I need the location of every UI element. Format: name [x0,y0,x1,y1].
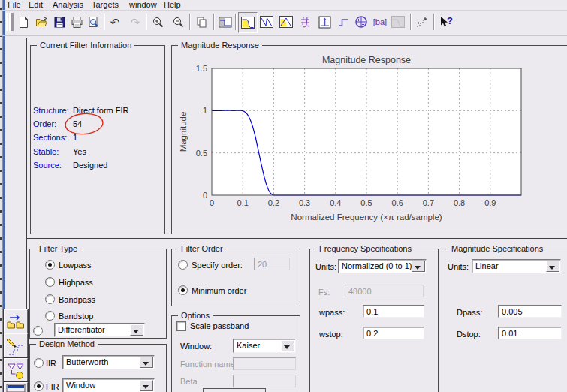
filter-specifications-button[interactable] [216,12,234,32]
menu-analysis[interactable]: Analysis [53,0,83,10]
freq-units-value: Normalized (0 to 1) [342,261,412,270]
menu-window[interactable]: window [129,0,157,10]
pole-zero-plot-button[interactable] [352,12,370,32]
filter-coefficients-ba-icon: [ba] [372,16,388,28]
specify-order-input [254,258,290,270]
iir-label: IIR [46,359,56,368]
beta-label: Beta [180,377,198,386]
window-label: Window: [180,342,212,351]
full-view-analysis-button[interactable] [413,12,431,32]
copy-button[interactable] [192,12,210,32]
highpass-radio[interactable] [45,277,55,287]
mag-units-dropdown[interactable]: Linear [472,259,561,273]
scale-passband-checkbox[interactable] [176,321,186,331]
iir-radio[interactable] [34,358,44,368]
partial-sidebar-button[interactable] [4,382,28,392]
highpass-label: Highpass [59,278,93,287]
beta-input [233,375,296,387]
bandpass-label: Bandpass [59,295,95,304]
minimum-order-radio[interactable] [178,285,188,295]
mag-units-value: Linear [475,261,499,270]
context-help-button[interactable]: ? [437,12,455,32]
menu-help[interactable]: Help [164,0,181,10]
zoom-in-icon [152,16,164,29]
svg-text:Magnitude: Magnitude [179,112,188,152]
scale-passband-label: Scale passband [190,321,249,330]
wstop-label: wstop: [319,330,343,339]
impulse-response-button[interactable] [315,12,333,32]
stable-label: Stable: [33,147,59,156]
special-filter-radio[interactable] [33,326,43,336]
step-response-button[interactable] [334,12,352,32]
fir-method-value: Window [66,381,95,390]
magnitude-specifications-title: Magnitude Specifications [448,244,546,253]
menu-targets[interactable]: Targets [92,0,119,10]
toolbar-separator [213,14,215,30]
group-delay-button[interactable] [297,12,315,32]
svg-text:0.4: 0.4 [330,198,341,207]
source-value: Designed [73,161,107,170]
phase-response-icon [260,16,273,28]
function-name-input [233,357,296,370]
bandstop-radio[interactable] [45,311,55,321]
svg-text:0.6: 0.6 [392,198,403,207]
menu-edit[interactable]: Edit [29,0,43,10]
magnitude-response-button[interactable] [238,12,258,33]
save-button[interactable] [50,12,68,32]
pole-zero-editor-icon [6,336,26,356]
bandpass-radio[interactable] [45,294,55,304]
impulse-response-icon [318,16,331,29]
mini-window-icon [6,384,26,392]
special-filter-dropdown[interactable]: Differentiator [54,323,145,337]
svg-text:0.5: 0.5 [196,149,207,158]
pole-zero-icon [354,15,368,29]
freq-units-dropdown[interactable]: Normalized (0 to 1) [338,259,427,273]
partial-button-bottom[interactable] [203,388,266,392]
dstop-label: Dstop: [457,330,481,339]
lowpass-radio[interactable] [45,260,55,270]
new-document-button[interactable] [14,12,32,32]
specify-order-radio[interactable] [178,260,188,270]
dropdown-arrow-icon[interactable] [130,324,143,336]
redo-button-disabled[interactable]: ↷ [126,12,144,32]
fir-radio[interactable] [34,381,44,391]
menu-file[interactable]: File [8,0,21,10]
dpass-input[interactable] [498,305,562,318]
phase-response-button[interactable] [258,12,276,32]
toolbar-grip[interactable] [6,13,14,31]
filter-transformations-button[interactable] [4,358,28,383]
open-file-button[interactable] [32,12,50,32]
svg-text:0.9: 0.9 [484,198,496,207]
filter-transformations-icon [6,361,26,381]
dropdown-arrow-icon[interactable] [412,261,425,272]
wstop-input[interactable] [363,327,424,339]
wpass-input[interactable] [363,305,424,318]
undo-button[interactable]: ↶ [106,12,124,32]
filter-coefficients-button[interactable]: [ba] [371,12,389,32]
zoom-in-button[interactable] [149,12,167,32]
filter-order-title: Filter Order [178,244,226,253]
dropdown-arrow-icon[interactable] [140,380,153,391]
pole-zero-editor-button[interactable] [4,333,28,358]
iir-method-value: Butterworth [66,357,108,366]
dstop-input[interactable] [498,327,562,339]
fir-method-dropdown[interactable]: Window [62,378,155,392]
zoom-out-button[interactable] [169,12,187,32]
dropdown-arrow-icon[interactable] [546,261,559,272]
svg-text:Magnitude Response: Magnitude Response [322,55,411,65]
window-dropdown[interactable]: Kaiser [233,339,296,353]
new-document-icon [17,16,30,29]
dropdown-arrow-icon[interactable] [140,357,153,368]
print-button[interactable] [68,12,86,32]
svg-text:0.3: 0.3 [299,198,310,207]
magnitude-and-phase-button[interactable] [277,12,295,32]
function-name-label: Function name: [180,360,237,369]
iir-method-dropdown[interactable]: Butterworth [62,355,155,369]
dropdown-arrow-icon[interactable] [281,340,294,351]
filter-specifications-icon [219,16,233,29]
print-preview-button[interactable] [84,12,102,32]
filter-type-title: Filter Type [36,244,80,253]
import-export-filter-button[interactable] [4,309,28,334]
toolbar-separator [189,14,191,30]
disabled-analysis-button[interactable] [389,12,407,32]
